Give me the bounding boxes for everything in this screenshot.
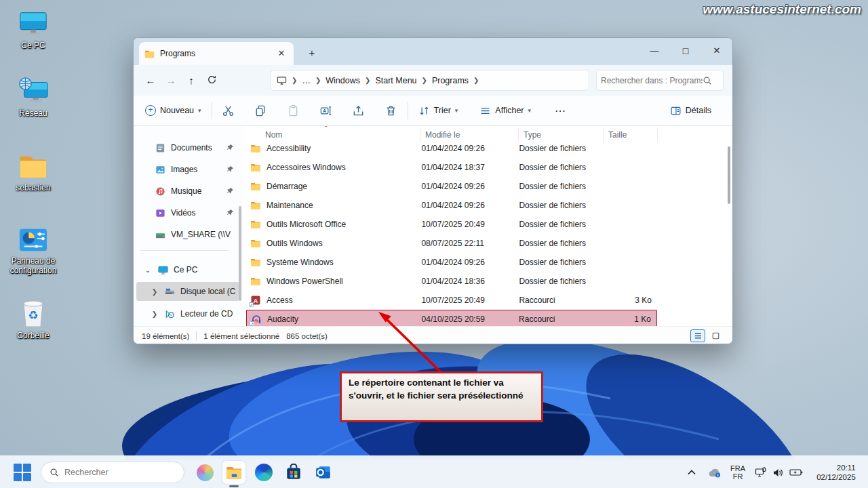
taskbar-search[interactable] <box>41 462 184 483</box>
edge-button[interactable] <box>252 461 275 484</box>
table-row[interactable]: Accessoires Windows 01/04/2024 18:37 Dos… <box>246 158 657 176</box>
table-row[interactable]: Système Windows 01/04/2024 09:26 Dossier… <box>246 253 657 271</box>
desktop-icon-ce-pc[interactable]: Ce PC <box>4 8 62 50</box>
forward-button[interactable]: → <box>161 75 181 86</box>
sidebar-item-images[interactable]: Images <box>136 160 239 179</box>
desktop-icon-label: Corbeille <box>4 331 62 340</box>
details-view-toggle[interactable] <box>690 329 705 342</box>
share-button[interactable] <box>347 100 371 121</box>
sidebar-item-disque-local[interactable]: ❯ Disque local (C <box>136 282 239 301</box>
table-row[interactable]: Windows PowerShell 01/04/2024 18:36 Doss… <box>246 272 657 290</box>
taskbar: i FRA FR <box>0 455 868 488</box>
breadcrumb-ellipsis[interactable]: … <box>302 76 311 85</box>
start-button[interactable] <box>11 461 34 484</box>
address-bar[interactable]: ❯ … ❯ Windows ❯ Start Menu ❯ Programs ❯ <box>271 70 589 91</box>
sidebar-item-label: Ce PC <box>174 265 197 274</box>
desktop-icon-sebastien[interactable]: sebastien <box>4 150 62 192</box>
edge-icon <box>255 464 273 481</box>
sidebar-item-videos[interactable]: Vidéos <box>136 203 239 222</box>
table-row[interactable]: Outils Windows 08/07/2025 22:11 Dossier … <box>246 234 657 252</box>
folder-icon <box>250 219 261 230</box>
new-tab-button[interactable]: + <box>304 46 319 61</box>
rename-button[interactable]: A <box>314 100 338 121</box>
sidebar-item-musique[interactable]: Musique <box>136 182 239 201</box>
maximize-button[interactable]: □ <box>670 38 701 64</box>
tray-clock[interactable]: 20:11 02/12/2025 <box>810 456 863 488</box>
refresh-button[interactable] <box>201 75 222 87</box>
view-button-label: Afficher <box>495 106 524 115</box>
table-row[interactable]: Outils Microsoft Office 10/07/2025 20:49… <box>246 215 657 233</box>
close-button[interactable]: ✕ <box>701 38 732 64</box>
copy-icon <box>254 104 267 117</box>
search-input[interactable] <box>601 76 703 85</box>
details-pane-button[interactable]: Détails <box>664 101 717 121</box>
desktop-icon-panneau[interactable]: Panneau de configuration <box>4 225 62 275</box>
view-button[interactable]: Afficher ▾ <box>473 101 537 121</box>
sidebar-item-documents[interactable]: Documents <box>136 138 239 157</box>
delete-button[interactable] <box>379 100 403 121</box>
chevron-down-icon[interactable]: ⌄ <box>143 266 153 274</box>
new-button[interactable]: + Nouveau ▾ <box>139 101 208 120</box>
paste-button[interactable] <box>281 100 306 121</box>
table-row[interactable]: Démarrage 01/04/2024 09:26 Dossier de fi… <box>246 177 657 195</box>
tray-volume[interactable] <box>769 456 787 488</box>
minimize-button[interactable]: — <box>639 38 670 64</box>
tab-programs[interactable]: Programs ✕ <box>139 42 294 65</box>
list-scrollbar[interactable] <box>728 146 730 204</box>
more-button[interactable]: ⋯ <box>548 100 572 121</box>
chevron-right-icon: ❯ <box>363 77 372 84</box>
copilot-button[interactable] <box>193 461 216 484</box>
tray-language[interactable]: FRA FR <box>727 456 749 488</box>
table-row[interactable]: Maintenance 01/04/2024 09:26 Dossier de … <box>246 196 657 214</box>
file-explorer-button[interactable] <box>222 461 245 484</box>
folder-icon <box>250 181 261 192</box>
outlook-button[interactable] <box>312 461 335 484</box>
pin-icon <box>226 144 234 151</box>
thumbnail-view-icon <box>711 331 720 340</box>
list-view-icon <box>694 331 703 340</box>
search-box[interactable] <box>596 70 724 91</box>
sidebar-item-label: Images <box>171 165 197 174</box>
column-header-type[interactable]: Type <box>524 130 541 140</box>
videos-icon <box>155 208 165 218</box>
chevron-right-icon[interactable]: ❯ <box>150 310 159 318</box>
column-header-modifie[interactable]: Modifié le <box>425 130 460 140</box>
document-icon <box>155 143 165 153</box>
chevron-right-icon: ❯ <box>471 77 481 84</box>
tray-onedrive[interactable]: i <box>707 456 724 488</box>
sort-button[interactable]: Trier ▾ <box>412 101 465 121</box>
breadcrumb-item[interactable]: Programs <box>432 76 469 85</box>
up-button[interactable]: ↑ <box>181 75 201 86</box>
column-header-nom[interactable]: Nom <box>265 130 282 140</box>
table-row-selected[interactable]: ↗ Audacity 04/10/2025 20:59 Raccourci 1 … <box>246 310 657 326</box>
copy-button[interactable] <box>249 100 273 121</box>
breadcrumb-item[interactable]: Windows <box>326 76 360 85</box>
store-icon <box>285 464 302 481</box>
taskbar-search-input[interactable] <box>64 468 166 477</box>
breadcrumb-item[interactable]: Start Menu <box>375 76 416 85</box>
explorer-window: Programs ✕ + — □ ✕ ← → ↑ ❯ … <box>133 37 733 344</box>
tray-battery[interactable] <box>787 456 806 488</box>
desktop-icon-label: Panneau de configuration <box>4 256 62 275</box>
cut-button[interactable] <box>216 100 241 121</box>
tab-close-icon[interactable]: ✕ <box>275 47 288 60</box>
sidebar-item-vm-share[interactable]: VM_SHARE (\\V <box>136 225 239 244</box>
table-row[interactable]: A ↗ Access 10/07/2025 20:49 Raccourci 3 … <box>246 291 657 309</box>
pin-icon <box>226 165 234 173</box>
tray-network[interactable] <box>751 456 769 488</box>
tray-chevron-up[interactable] <box>685 456 698 488</box>
battery-charging-icon <box>789 468 803 476</box>
store-button[interactable] <box>282 461 305 484</box>
column-header-taille[interactable]: Taille <box>608 130 627 140</box>
sidebar-item-ce-pc[interactable]: ⌄ Ce PC <box>136 260 239 279</box>
back-button[interactable]: ← <box>140 75 161 86</box>
sidebar-item-lecteur-cd[interactable]: ❯ Lecteur de CD <box>136 304 239 323</box>
chevron-right-icon[interactable]: ❯ <box>150 288 159 296</box>
cut-icon <box>222 104 235 117</box>
desktop-icon-label: Réseau <box>4 108 62 118</box>
sidebar-scrollbar[interactable] <box>239 206 241 301</box>
thumbnail-view-toggle[interactable] <box>708 329 723 342</box>
desktop-icon-corbeille[interactable]: ♻ Corbeille <box>4 297 62 340</box>
desktop-icon-reseau[interactable]: Réseau <box>4 76 62 118</box>
folder-icon <box>250 276 261 287</box>
